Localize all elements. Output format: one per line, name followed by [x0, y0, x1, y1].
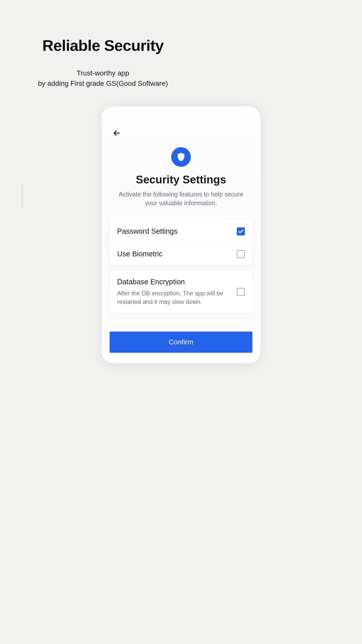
back-button[interactable]: [111, 127, 123, 139]
screen-subtitle: Activate the following features to help …: [110, 190, 206, 208]
phone-side-button-left: [22, 185, 23, 208]
arrow-left-icon: [113, 129, 121, 137]
screen-title: Security Settings: [110, 173, 206, 186]
setting-row-encryption[interactable]: Database Encryption After the DB encrypt…: [110, 271, 206, 313]
page-subtitle: Trust-worthy app by adding First grade G…: [0, 68, 206, 89]
confirm-button[interactable]: Confirm: [110, 332, 206, 353]
setting-description: After the DB encryption, The app will be…: [117, 289, 206, 306]
setting-label: Database Encryption: [117, 278, 206, 286]
phone-frame: Security Settings Activate the following…: [102, 106, 206, 362]
setting-label: Use Biometric: [117, 250, 206, 258]
phone-screen: Security Settings Activate the following…: [105, 109, 206, 360]
page-title: Reliable Security: [0, 36, 206, 54]
setting-label: Password Settings: [117, 227, 206, 235]
shield-icon: [176, 152, 186, 162]
shield-icon-badge: [171, 147, 191, 167]
setting-row-biometric[interactable]: Use Biometric: [110, 243, 206, 265]
setting-row-password[interactable]: Password Settings: [110, 220, 206, 243]
